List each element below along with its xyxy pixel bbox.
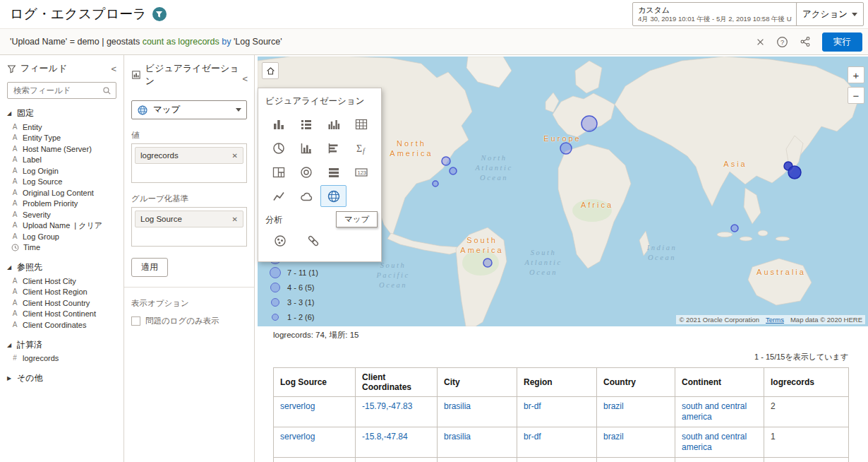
summary-function-icon[interactable]: Σf: [348, 137, 374, 159]
table-cell: 2: [764, 397, 849, 427]
field-item[interactable]: #logrecords: [0, 353, 123, 365]
group-chip[interactable]: Log Source: [135, 211, 243, 227]
field-item[interactable]: AClient Host Region: [0, 287, 123, 298]
field-section-header[interactable]: ◢計算済: [0, 337, 123, 353]
field-clear-link[interactable]: | クリア: [74, 221, 102, 230]
table-cell[interactable]: singapore: [438, 458, 517, 462]
share-icon[interactable]: [800, 36, 811, 47]
column-header[interactable]: logrecords: [764, 368, 849, 397]
clear-query-icon[interactable]: [756, 37, 765, 47]
cluster-icon[interactable]: [269, 230, 291, 251]
target-icon[interactable]: [293, 161, 319, 183]
map-marker[interactable]: [731, 225, 738, 232]
column-header[interactable]: Continent: [675, 368, 764, 397]
field-item[interactable]: AClient Host Country: [0, 297, 123, 309]
table-cell[interactable]: asia: [675, 458, 764, 462]
table-cell[interactable]: sg-01: [517, 458, 597, 462]
column-header[interactable]: Region: [517, 368, 597, 397]
actions-button[interactable]: アクション: [796, 2, 864, 26]
collapse-panel-icon[interactable]: [111, 64, 116, 74]
link-icon[interactable]: [302, 230, 324, 251]
bar-chart-icon[interactable]: [265, 113, 291, 135]
problem-logs-checkbox[interactable]: [131, 316, 140, 326]
apply-button[interactable]: 適用: [131, 258, 168, 277]
pivot-table-icon[interactable]: [348, 113, 374, 135]
table-cell[interactable]: singapore: [597, 458, 675, 462]
remove-chip-icon[interactable]: [232, 215, 238, 223]
time-range-selector[interactable]: カスタム 4月 30, 2019 10:01 午後 - 5月 2, 2019 1…: [632, 2, 807, 26]
column-chart-icon[interactable]: [293, 137, 319, 159]
field-section-header[interactable]: ◢参照先: [0, 259, 123, 276]
zoom-in-button[interactable]: +: [848, 66, 864, 83]
zoom-out-button[interactable]: −: [848, 87, 864, 104]
field-item[interactable]: ALog Group: [0, 231, 123, 242]
field-search-input[interactable]: [12, 85, 102, 95]
map-marker[interactable]: [560, 143, 572, 154]
value-chip[interactable]: logrecords: [135, 147, 243, 164]
pie-chart-icon[interactable]: [265, 137, 291, 159]
remove-chip-icon[interactable]: [232, 152, 238, 160]
table-cell[interactable]: -15.8,-47.84: [356, 427, 438, 458]
column-header[interactable]: Client Coordinates: [356, 368, 438, 397]
collapse-panel-icon[interactable]: [242, 73, 248, 84]
table-cell[interactable]: south and central america: [675, 397, 764, 427]
terms-link[interactable]: Terms: [766, 316, 784, 324]
word-cloud-icon[interactable]: [293, 185, 319, 207]
filter-badge-icon[interactable]: [152, 7, 167, 21]
table-cell[interactable]: brasilia: [438, 397, 517, 427]
histogram-icon[interactable]: [320, 113, 346, 135]
field-item[interactable]: AEntity: [0, 122, 123, 133]
field-item[interactable]: AEntity Type: [0, 133, 123, 144]
field-section-header[interactable]: ▶その他: [0, 370, 123, 386]
rows-icon[interactable]: [320, 161, 346, 183]
table-cell[interactable]: serverlog: [274, 458, 356, 462]
column-header[interactable]: Country: [597, 368, 675, 397]
field-item[interactable]: AProblem Priority: [0, 199, 123, 210]
distinct-values-icon[interactable]: 123: [348, 161, 374, 183]
table-cell[interactable]: 1.28,103.85: [356, 458, 438, 462]
map-home-button[interactable]: [262, 62, 279, 79]
table-cell[interactable]: brasilia: [438, 427, 517, 458]
map-marker[interactable]: [442, 157, 450, 165]
field-item[interactable]: ASeverity: [0, 209, 123, 220]
line-chart-icon[interactable]: [265, 185, 291, 207]
treemap-icon[interactable]: [265, 161, 291, 183]
scandinavia-landmass: [575, 61, 602, 93]
table-cell[interactable]: brazil: [597, 427, 675, 458]
field-item[interactable]: ALabel: [0, 155, 123, 166]
map-marker[interactable]: [433, 181, 438, 186]
table-cell[interactable]: serverlog: [274, 397, 356, 427]
field-item[interactable]: ALog Source: [0, 177, 123, 188]
field-item[interactable]: AClient Host Continent: [0, 309, 123, 320]
column-header[interactable]: Log Source: [274, 368, 356, 397]
field-item[interactable]: AOriginal Log Content: [0, 187, 123, 199]
search-icon: [102, 86, 111, 95]
map-marker[interactable]: [581, 116, 597, 131]
field-item[interactable]: AHost Name (Server): [0, 143, 123, 155]
query-text[interactable]: 'Upload Name' = demo | geostats count as…: [10, 37, 750, 47]
field-item[interactable]: AClient Coordinates: [0, 319, 123, 331]
run-button[interactable]: 実行: [822, 32, 862, 52]
viz-type-select[interactable]: マップ: [131, 100, 247, 119]
field-item[interactable]: ALog Origin: [0, 165, 123, 177]
field-item[interactable]: AClient Host City: [0, 276, 123, 287]
table-cell[interactable]: br-df: [517, 397, 597, 427]
map-icon[interactable]: [320, 185, 346, 207]
query-part: 'Upload Name' = demo | geostats: [10, 37, 143, 47]
table-cell[interactable]: serverlog: [274, 427, 356, 458]
table-cell[interactable]: br-df: [517, 427, 597, 458]
column-header[interactable]: City: [438, 368, 517, 397]
map-marker[interactable]: [450, 167, 457, 174]
map-marker[interactable]: [788, 166, 801, 179]
table-cell[interactable]: south and central america: [675, 427, 764, 458]
table-cell[interactable]: -15.79,-47.83: [356, 397, 438, 427]
table-cell[interactable]: brazil: [597, 397, 675, 427]
horizontal-bar-chart-icon[interactable]: [320, 137, 346, 159]
field-item[interactable]: Time: [0, 242, 123, 254]
records-list-icon[interactable]: [293, 113, 319, 135]
help-icon[interactable]: ?: [776, 36, 788, 48]
field-section-header[interactable]: ◢固定: [0, 105, 123, 122]
table-body: serverlog-15.79,-47.83brasiliabr-dfbrazi…: [274, 397, 849, 462]
map-marker[interactable]: [483, 259, 492, 267]
field-item[interactable]: AUpload Name| クリア: [0, 220, 123, 232]
